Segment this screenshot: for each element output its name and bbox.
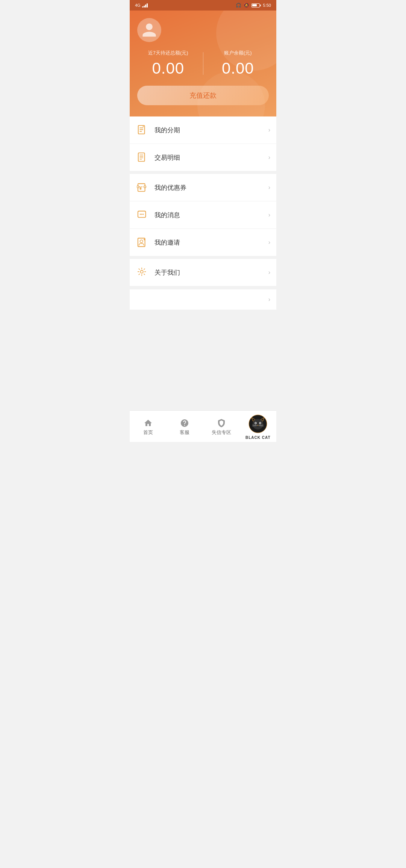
signal-bar-4 <box>147 3 148 8</box>
menu-group-3: 关于我们 › <box>130 259 276 286</box>
transaction-chevron: › <box>268 154 270 161</box>
pending-repayment: 近7天待还总额(元) 0.00 <box>137 50 199 77</box>
extra-chevron: › <box>268 296 270 303</box>
menu-item-transaction[interactable]: 交易明细 › <box>130 144 276 171</box>
nav-blacklist-label: 失信专区 <box>212 429 231 436</box>
svg-point-17 <box>141 214 142 215</box>
bell-icon: 🔕 <box>244 3 249 8</box>
battery-fill <box>252 4 257 6</box>
invite-label: 我的邀请 <box>155 238 268 247</box>
blacklist-icon <box>217 419 226 428</box>
message-chevron: › <box>268 212 270 218</box>
signal-bar-3 <box>145 5 146 8</box>
avatar[interactable] <box>137 18 161 42</box>
menu-item-invite[interactable]: 我的邀请 › <box>130 229 276 256</box>
status-right: 🎧 🔕 5:50 <box>236 3 271 8</box>
gray-spacer <box>130 313 276 410</box>
svg-point-14 <box>144 186 146 188</box>
svg-point-30 <box>255 422 256 424</box>
nav-item-blackcat[interactable]: BLACK CAT <box>240 414 277 440</box>
installment-label: 我的分期 <box>155 126 268 135</box>
time-display: 5:50 <box>263 3 271 8</box>
battery-body <box>251 3 260 8</box>
nav-item-service[interactable]: 客服 <box>167 419 203 436</box>
svg-text:¥: ¥ <box>139 186 142 191</box>
message-icon <box>136 208 149 222</box>
signal-bars <box>142 3 148 8</box>
status-bar: 4G 🎧 🔕 5:50 <box>130 0 276 11</box>
about-label: 关于我们 <box>155 268 268 277</box>
nav-home-label: 首页 <box>143 429 153 436</box>
signal-bar-1 <box>142 6 143 8</box>
svg-point-23 <box>140 270 143 273</box>
pending-label: 近7天待还总额(元) <box>137 50 199 56</box>
installment-icon: ¥ <box>136 123 149 137</box>
menu-item-about[interactable]: 关于我们 › <box>130 259 276 286</box>
balance-label: 账户余额(元) <box>207 50 269 56</box>
pending-value: 0.00 <box>137 59 199 77</box>
balance-divider <box>203 52 203 75</box>
installment-chevron: › <box>268 127 270 133</box>
invite-icon <box>136 236 149 249</box>
coupon-label: 我的优惠券 <box>155 183 268 192</box>
avatar-wrap[interactable] <box>137 18 269 42</box>
about-chevron: › <box>268 269 270 276</box>
headphone-icon: 🎧 <box>236 3 241 8</box>
svg-point-27 <box>253 419 263 429</box>
nav-service-label: 客服 <box>180 429 189 436</box>
signal-bar-2 <box>144 6 145 8</box>
battery-tip <box>260 5 261 6</box>
svg-point-13 <box>137 186 139 188</box>
recharge-button[interactable]: 充值还款 <box>137 86 269 105</box>
coupon-chevron: › <box>268 184 270 191</box>
transaction-icon <box>136 151 149 164</box>
nav-item-home[interactable]: 首页 <box>130 419 167 436</box>
menu-item-message[interactable]: 我的消息 › <box>130 201 276 229</box>
menu-group-2: ¥ 我的优惠券 › 我的消息 › <box>130 174 276 256</box>
nav-item-blacklist[interactable]: 失信专区 <box>203 419 240 436</box>
coupon-icon: ¥ <box>136 181 149 194</box>
battery-indicator <box>251 3 261 8</box>
menu-item-installment[interactable]: ¥ 我的分期 › <box>130 116 276 144</box>
black-cat-text: BLACK CAT <box>245 436 271 440</box>
network-type: 4G <box>135 3 141 8</box>
svg-point-31 <box>260 422 261 424</box>
extra-row[interactable]: › <box>130 289 276 310</box>
invite-chevron: › <box>268 239 270 246</box>
settings-icon <box>136 266 149 279</box>
balance-value: 0.00 <box>207 59 269 77</box>
bottom-nav: 首页 客服 失信专区 <box>130 410 276 442</box>
black-cat-logo <box>248 414 267 433</box>
person-icon <box>141 22 158 38</box>
svg-point-18 <box>142 214 144 215</box>
status-left: 4G <box>135 3 148 8</box>
hero-section: 近7天待还总额(元) 0.00 账户余额(元) 0.00 充值还款 <box>130 11 276 116</box>
message-label: 我的消息 <box>155 211 268 219</box>
menu-group-1: ¥ 我的分期 › 交易明细 › <box>130 116 276 171</box>
menu-item-coupon[interactable]: ¥ 我的优惠券 › <box>130 174 276 201</box>
account-balance: 账户余额(元) 0.00 <box>207 50 269 77</box>
transaction-label: 交易明细 <box>155 153 268 162</box>
svg-point-20 <box>140 240 143 243</box>
svg-rect-5 <box>138 153 145 162</box>
svg-point-16 <box>140 214 141 215</box>
service-icon <box>180 419 189 428</box>
balance-row: 近7天待还总额(元) 0.00 账户余额(元) 0.00 <box>137 50 269 77</box>
home-icon <box>144 419 153 428</box>
